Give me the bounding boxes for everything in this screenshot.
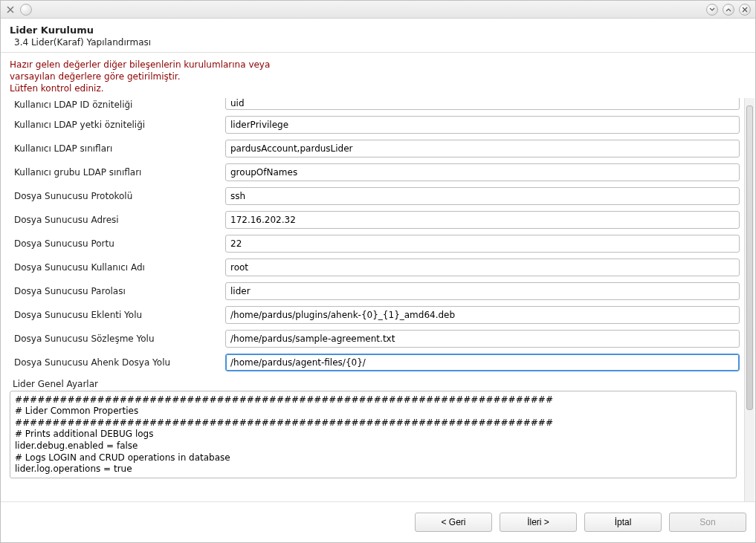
text-input[interactable] xyxy=(225,140,740,157)
form-row: Dosya Sunucusu Protokolü xyxy=(10,184,740,208)
titlebar-right xyxy=(706,4,751,16)
text-input[interactable] xyxy=(225,163,740,181)
secondary-window-button[interactable] xyxy=(20,4,32,16)
form-row: Dosya Sunucusu Portu xyxy=(10,232,740,256)
text-input[interactable] xyxy=(225,330,740,348)
app-icon xyxy=(5,4,16,15)
text-input[interactable] xyxy=(225,235,740,253)
text-input[interactable] xyxy=(225,282,740,300)
page-subtitle: 3.4 Lider(Karaf) Yapılandırması xyxy=(14,37,746,48)
warning-line: varsayılan değerlere göre getirilmiştir. xyxy=(10,71,746,82)
vertical-scrollbar[interactable] xyxy=(744,98,755,501)
close-button[interactable] xyxy=(739,4,751,16)
general-settings-textarea[interactable] xyxy=(10,391,737,478)
form-label: Dosya Sunucusu Eklenti Yolu xyxy=(10,310,218,320)
text-input[interactable] xyxy=(225,187,740,205)
form-label: Dosya Sunucusu Protokolü xyxy=(10,191,218,201)
form-row: Kullanıcı LDAP yetki özniteliği xyxy=(10,113,740,137)
form-row: Dosya Sunucusu Ahenk Dosya Yolu xyxy=(10,351,740,374)
form-label: Dosya Sunucusu Kullanıcı Adı xyxy=(10,262,218,273)
titlebar-left xyxy=(5,4,32,16)
form-label: Kullanıcı LDAP sınıfları xyxy=(10,143,218,154)
close-icon xyxy=(742,7,748,13)
wizard-header: Lider Kurulumu 3.4 Lider(Karaf) Yapıland… xyxy=(1,19,755,53)
text-input[interactable] xyxy=(225,354,740,371)
form-label: Dosya Sunucusu Parolası xyxy=(10,286,218,296)
form-row: Dosya Sunucusu Sözleşme Yolu xyxy=(10,327,740,351)
form-label: Dosya Sunucusu Portu xyxy=(10,238,218,249)
warning-line: Hazır gelen değerler diğer bileşenlerin … xyxy=(10,59,746,71)
minimize-button[interactable] xyxy=(706,4,718,16)
warning-line: Lütfen kontrol ediniz. xyxy=(10,82,746,94)
content-area: Kullanıcı LDAP ID özniteliğiKullanıcı LD… xyxy=(1,98,755,501)
text-input[interactable] xyxy=(225,98,740,110)
scrollbar-thumb[interactable] xyxy=(746,105,753,410)
text-input[interactable] xyxy=(225,259,740,276)
form-label: Kullanıcı LDAP yetki özniteliği xyxy=(10,120,218,130)
form-row: Dosya Sunucusu Adresi xyxy=(10,208,740,232)
general-settings-label: Lider Genel Ayarlar xyxy=(10,374,740,391)
form-label: Dosya Sunucusu Adresi xyxy=(10,215,218,225)
form-label: Dosya Sunucusu Sözleşme Yolu xyxy=(10,334,218,344)
form-row: Kullanıcı grubu LDAP sınıfları xyxy=(10,160,740,184)
form-row: Dosya Sunucusu Kullanıcı Adı xyxy=(10,256,740,279)
maximize-button[interactable] xyxy=(723,4,734,16)
form-label: Kullanıcı LDAP ID özniteliği xyxy=(10,100,218,110)
form-scroll-area: Kullanıcı LDAP ID özniteliğiKullanıcı LD… xyxy=(1,98,744,501)
form-row: Dosya Sunucusu Parolası xyxy=(10,279,740,303)
form-label: Dosya Sunucusu Ahenk Dosya Yolu xyxy=(10,357,218,368)
next-button[interactable]: İleri > xyxy=(500,513,577,532)
form-row: Kullanıcı LDAP sınıfları xyxy=(10,137,740,160)
text-input[interactable] xyxy=(225,211,740,229)
titlebar xyxy=(1,1,755,19)
text-input[interactable] xyxy=(225,306,740,324)
cancel-button[interactable]: İptal xyxy=(584,513,662,532)
chevron-down-icon xyxy=(709,7,715,13)
form-row: Dosya Sunucusu Eklenti Yolu xyxy=(10,303,740,327)
back-button[interactable]: < Geri xyxy=(415,513,492,532)
wizard-window: Lider Kurulumu 3.4 Lider(Karaf) Yapıland… xyxy=(0,0,756,543)
chevron-up-icon xyxy=(726,7,731,13)
form-row: Kullanıcı LDAP ID özniteliği xyxy=(10,98,740,113)
form-label: Kullanıcı grubu LDAP sınıfları xyxy=(10,167,218,178)
warning-message: Hazır gelen değerler diğer bileşenlerin … xyxy=(1,53,755,98)
text-input[interactable] xyxy=(225,116,740,134)
page-title: Lider Kurulumu xyxy=(10,25,746,36)
finish-button[interactable]: Son xyxy=(669,513,746,532)
wizard-footer: < Geri İleri > İptal Son xyxy=(1,501,755,542)
